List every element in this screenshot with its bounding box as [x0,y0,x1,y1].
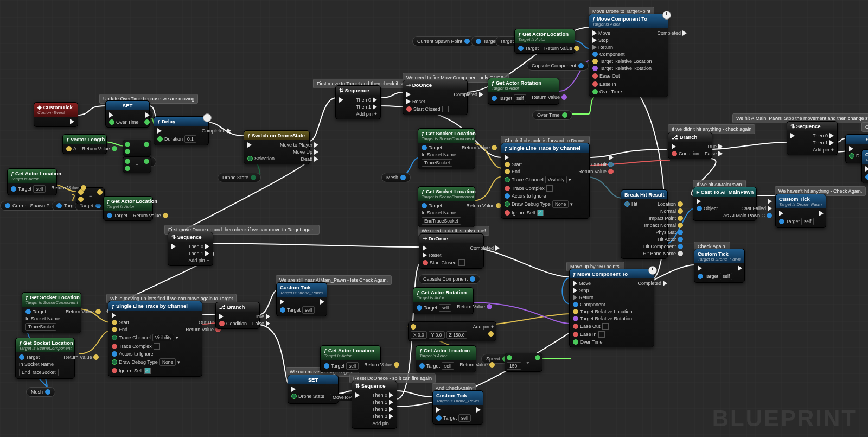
get-actor-rotation-node[interactable]: ƒ Get Actor RotationTarget is Actor Targ… [488,78,559,105]
get-actor-rotation-node2[interactable]: ƒ Get Actor RotationTarget is Actor Targ… [413,287,474,314]
sequence-node3[interactable]: ⇅ Sequence Then 0 Then 1 Add pin + [168,232,213,266]
make-vector-node[interactable]: X 0.0Y 0.0Z 150.0 Add pin + [408,321,496,341]
get-socket-location-node2[interactable]: ƒ Get Socket LocationTarget is SceneComp… [418,186,475,227]
customtick-call-node5[interactable]: Custom TickTarget is Drone_Pawn Target s… [432,390,483,425]
switch-dronestate-node[interactable]: ƒ Switch on DroneState Selection Move to… [244,130,310,164]
sequence-node2[interactable]: ⇅ Sequence Then 0 Then 1 Add pin + [787,121,838,155]
cast-pawn-node[interactable]: ▸ Cast To AI_MainPawn Object Cast Failed… [693,187,757,221]
var-capsule2[interactable]: Capsule Component [418,274,480,284]
add-node[interactable]: + [123,140,151,156]
line-trace-node[interactable]: ƒ Single Line Trace by Channel Start End… [501,143,590,219]
clock-icon [648,266,657,275]
customtick-call-node[interactable]: Custom TickTarget is Drone_Paw Target se… [861,149,868,183]
delay-node[interactable]: ƒ Delay Duration 0.1 Completed [154,116,209,145]
break-hit-result-node[interactable]: Break Hit Result Hit Location Normal Imp… [621,189,668,259]
customtick-event-node[interactable]: ◆ CustomTickCustom Event [34,102,78,127]
get-actor-location-node5[interactable]: ƒ Get Actor LocationTarget is Actor Targ… [416,345,476,372]
doonce-node[interactable]: ⇾ DoOnce Reset Start Closed Completed [403,80,468,115]
var-mesh2[interactable]: Mesh [26,387,55,397]
get-socket-location-node4[interactable]: ƒ Get Socket LocationTarget is SceneComp… [15,338,75,379]
customtick-call-node2[interactable]: Custom TickTarget is Drone_Pawn Target s… [775,194,826,228]
line-trace-node2[interactable]: ƒ Single Line Trace by Channel Start End… [108,301,202,377]
set-overtime-node[interactable]: SET Over Time [105,100,150,128]
var-capsule[interactable]: Capsule Component [527,61,589,71]
get-actor-location-node[interactable]: ƒ Get Actor LocationTarget is Actor Targ… [7,168,57,195]
var-mesh[interactable]: Mesh [381,173,411,182]
sequence-node[interactable]: ⇅ Sequence Then 0 Then 1 Add pin + [335,85,381,119]
var-over-time2[interactable]: Over Time [532,110,572,120]
var-drone-state[interactable]: Drone State [218,173,261,182]
clock-icon [662,11,671,20]
divide-node[interactable]: ÷ [123,156,151,173]
var-current-spawn-point2[interactable]: Current Spawn Point [412,36,475,46]
branch-node[interactable]: ⎇ Branch Condition TrueFalse [668,132,712,159]
get-actor-location-node3[interactable]: ƒ Get Actor LocationTarget is Actor Targ… [514,29,575,54]
vector-length-node[interactable]: ƒ Vector Length A Return Value [62,134,107,154]
set-dronestate-node2[interactable]: SET Drone State MoveToPlayer ▾ [288,375,339,404]
get-actor-location-node4[interactable]: ƒ Get Actor LocationTarget is Actor Targ… [320,345,381,372]
get-socket-location-node3[interactable]: ƒ Get Socket LocationTarget is SceneComp… [22,292,81,333]
sequence-node4[interactable]: ⇅ Sequence Then 0 Then 1 Then 2 Then 3 A… [352,381,397,429]
get-actor-location-node2[interactable]: ƒ Get Actor LocationTarget is Actor Targ… [103,196,153,221]
watermark: BLUEPRINT [712,406,857,432]
move-component-to-node[interactable]: ƒ Move Component ToTarget is Actor Move … [589,14,668,97]
get-socket-location-node[interactable]: ƒ Get Socket LocationTarget is SceneComp… [418,128,475,169]
clock-icon [203,113,212,122]
branch-node2[interactable]: ⎇ Branch Condition TrueFalse [215,302,260,329]
customtick-call-node3[interactable]: Custom TickTarget is Drone_Pawn Target s… [694,249,745,283]
comment: Check Again [861,122,868,132]
customtick-call-node4[interactable]: Custom TickTarget is Drone_Pawn Target s… [276,282,327,316]
event-icon: ◆ [37,104,43,110]
doonce-node2[interactable]: ⇾ DoOnce Reset Start Closed Completed [419,233,484,269]
divide-node2[interactable]: 150. ÷ [505,353,542,372]
move-component-to-node2[interactable]: ƒ Move Component To Move Stop Return Com… [569,269,654,347]
